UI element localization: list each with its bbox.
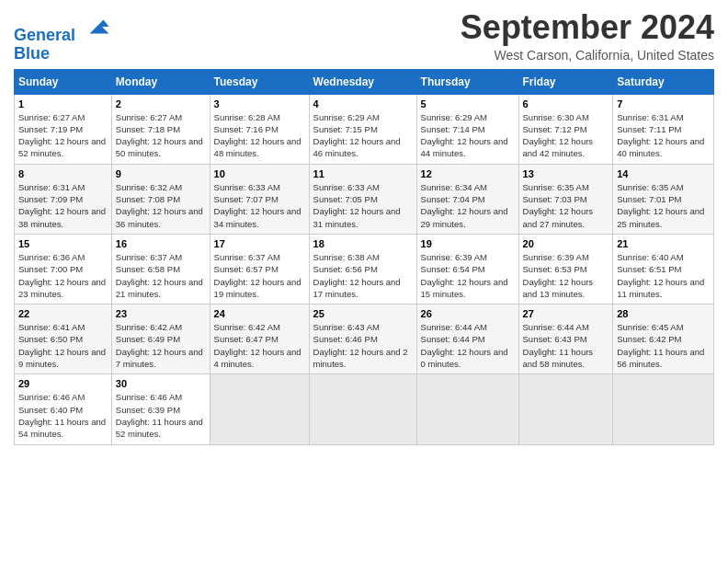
col-header-wednesday: Wednesday xyxy=(309,69,416,94)
header-row: SundayMondayTuesdayWednesdayThursdayFrid… xyxy=(15,69,714,94)
day-number: 19 xyxy=(421,238,515,249)
calendar-cell: 20Sunrise: 6:39 AMSunset: 6:53 PMDayligh… xyxy=(518,234,613,304)
main-title: September 2024 xyxy=(461,9,714,46)
day-detail: Sunrise: 6:35 AMSunset: 7:01 PMDaylight:… xyxy=(617,181,710,230)
col-header-thursday: Thursday xyxy=(416,69,518,94)
day-number: 15 xyxy=(18,238,108,249)
calendar-cell: 23Sunrise: 6:42 AMSunset: 6:49 PMDayligh… xyxy=(111,304,210,374)
day-number: 27 xyxy=(523,308,609,319)
calendar-cell: 28Sunrise: 6:45 AMSunset: 6:42 PMDayligh… xyxy=(613,304,714,374)
day-number: 10 xyxy=(214,168,305,179)
day-number: 24 xyxy=(214,308,305,319)
day-detail: Sunrise: 6:45 AMSunset: 6:42 PMDaylight:… xyxy=(617,321,710,370)
day-detail: Sunrise: 6:27 AMSunset: 7:19 PMDaylight:… xyxy=(18,111,108,160)
day-detail: Sunrise: 6:42 AMSunset: 6:47 PMDaylight:… xyxy=(214,321,305,370)
day-detail: Sunrise: 6:28 AMSunset: 7:16 PMDaylight:… xyxy=(214,111,305,160)
calendar-cell: 21Sunrise: 6:40 AMSunset: 6:51 PMDayligh… xyxy=(613,234,714,304)
week-row-3: 15Sunrise: 6:36 AMSunset: 7:00 PMDayligh… xyxy=(15,234,714,304)
day-number: 6 xyxy=(523,98,609,109)
day-number: 26 xyxy=(421,308,515,319)
day-number: 5 xyxy=(421,98,515,109)
col-header-tuesday: Tuesday xyxy=(210,69,309,94)
day-detail: Sunrise: 6:46 AMSunset: 6:39 PMDaylight:… xyxy=(116,391,206,440)
day-number: 13 xyxy=(523,168,609,179)
calendar-cell: 17Sunrise: 6:37 AMSunset: 6:57 PMDayligh… xyxy=(210,234,309,304)
subtitle: West Carson, California, United States xyxy=(461,48,714,63)
day-detail: Sunrise: 6:29 AMSunset: 7:15 PMDaylight:… xyxy=(313,111,413,160)
day-number: 22 xyxy=(18,308,108,319)
day-detail: Sunrise: 6:39 AMSunset: 6:54 PMDaylight:… xyxy=(421,251,515,300)
day-detail: Sunrise: 6:44 AMSunset: 6:43 PMDaylight:… xyxy=(523,321,609,370)
col-header-saturday: Saturday xyxy=(613,69,714,94)
calendar-cell: 24Sunrise: 6:42 AMSunset: 6:47 PMDayligh… xyxy=(210,304,309,374)
day-detail: Sunrise: 6:40 AMSunset: 6:51 PMDaylight:… xyxy=(617,251,710,300)
calendar-cell: 14Sunrise: 6:35 AMSunset: 7:01 PMDayligh… xyxy=(613,164,714,234)
calendar-cell: 30Sunrise: 6:46 AMSunset: 6:39 PMDayligh… xyxy=(111,374,210,444)
day-detail: Sunrise: 6:36 AMSunset: 7:00 PMDaylight:… xyxy=(18,251,108,300)
day-number: 11 xyxy=(313,168,413,179)
calendar-cell: 15Sunrise: 6:36 AMSunset: 7:00 PMDayligh… xyxy=(15,234,112,304)
calendar-cell: 4Sunrise: 6:29 AMSunset: 7:15 PMDaylight… xyxy=(309,94,416,164)
day-number: 21 xyxy=(617,238,710,249)
week-row-2: 8Sunrise: 6:31 AMSunset: 7:09 PMDaylight… xyxy=(15,164,714,234)
day-detail: Sunrise: 6:39 AMSunset: 6:53 PMDaylight:… xyxy=(523,251,609,300)
day-number: 9 xyxy=(116,168,206,179)
calendar-cell: 9Sunrise: 6:32 AMSunset: 7:08 PMDaylight… xyxy=(111,164,210,234)
day-detail: Sunrise: 6:41 AMSunset: 6:50 PMDaylight:… xyxy=(18,321,108,370)
day-detail: Sunrise: 6:31 AMSunset: 7:09 PMDaylight:… xyxy=(18,181,108,230)
day-detail: Sunrise: 6:35 AMSunset: 7:03 PMDaylight:… xyxy=(523,181,609,230)
col-header-sunday: Sunday xyxy=(15,69,112,94)
day-detail: Sunrise: 6:30 AMSunset: 7:12 PMDaylight:… xyxy=(523,111,609,160)
day-detail: Sunrise: 6:27 AMSunset: 7:18 PMDaylight:… xyxy=(116,111,206,160)
calendar-cell: 16Sunrise: 6:37 AMSunset: 6:58 PMDayligh… xyxy=(111,234,210,304)
day-detail: Sunrise: 6:37 AMSunset: 6:58 PMDaylight:… xyxy=(116,251,206,300)
svg-marker-0 xyxy=(90,20,109,34)
day-number: 23 xyxy=(116,308,206,319)
week-row-4: 22Sunrise: 6:41 AMSunset: 6:50 PMDayligh… xyxy=(15,304,714,374)
day-detail: Sunrise: 6:44 AMSunset: 6:44 PMDaylight:… xyxy=(421,321,515,370)
day-number: 4 xyxy=(313,98,413,109)
day-detail: Sunrise: 6:33 AMSunset: 7:05 PMDaylight:… xyxy=(313,181,413,230)
calendar-cell xyxy=(210,374,309,444)
logo: General Blue xyxy=(14,13,110,63)
day-detail: Sunrise: 6:42 AMSunset: 6:49 PMDaylight:… xyxy=(116,321,206,370)
week-row-5: 29Sunrise: 6:46 AMSunset: 6:40 PMDayligh… xyxy=(15,374,714,444)
title-block: September 2024 West Carson, California, … xyxy=(461,9,714,63)
day-detail: Sunrise: 6:29 AMSunset: 7:14 PMDaylight:… xyxy=(421,111,515,160)
calendar-cell xyxy=(416,374,518,444)
day-detail: Sunrise: 6:32 AMSunset: 7:08 PMDaylight:… xyxy=(116,181,206,230)
day-detail: Sunrise: 6:37 AMSunset: 6:57 PMDaylight:… xyxy=(214,251,305,300)
calendar-cell: 26Sunrise: 6:44 AMSunset: 6:44 PMDayligh… xyxy=(416,304,518,374)
day-number: 20 xyxy=(523,238,609,249)
calendar-cell: 22Sunrise: 6:41 AMSunset: 6:50 PMDayligh… xyxy=(15,304,112,374)
day-number: 16 xyxy=(116,238,206,249)
calendar-cell: 13Sunrise: 6:35 AMSunset: 7:03 PMDayligh… xyxy=(518,164,613,234)
calendar-cell: 10Sunrise: 6:33 AMSunset: 7:07 PMDayligh… xyxy=(210,164,309,234)
day-number: 2 xyxy=(116,98,206,109)
calendar-cell: 5Sunrise: 6:29 AMSunset: 7:14 PMDaylight… xyxy=(416,94,518,164)
logo-text: General xyxy=(14,13,110,45)
day-detail: Sunrise: 6:43 AMSunset: 6:46 PMDaylight:… xyxy=(313,321,413,370)
day-detail: Sunrise: 6:46 AMSunset: 6:40 PMDaylight:… xyxy=(18,391,108,440)
day-number: 1 xyxy=(18,98,108,109)
day-number: 25 xyxy=(313,308,413,319)
calendar-cell: 1Sunrise: 6:27 AMSunset: 7:19 PMDaylight… xyxy=(15,94,112,164)
day-number: 18 xyxy=(313,238,413,249)
calendar-cell: 7Sunrise: 6:31 AMSunset: 7:11 PMDaylight… xyxy=(613,94,714,164)
calendar-cell: 29Sunrise: 6:46 AMSunset: 6:40 PMDayligh… xyxy=(15,374,112,444)
day-number: 7 xyxy=(617,98,710,109)
calendar-table: SundayMondayTuesdayWednesdayThursdayFrid… xyxy=(14,69,714,445)
day-detail: Sunrise: 6:31 AMSunset: 7:11 PMDaylight:… xyxy=(617,111,710,160)
col-header-friday: Friday xyxy=(518,69,613,94)
day-number: 28 xyxy=(617,308,710,319)
col-header-monday: Monday xyxy=(111,69,210,94)
calendar-cell: 6Sunrise: 6:30 AMSunset: 7:12 PMDaylight… xyxy=(518,94,613,164)
calendar-cell: 2Sunrise: 6:27 AMSunset: 7:18 PMDaylight… xyxy=(111,94,210,164)
calendar-cell xyxy=(518,374,613,444)
week-row-1: 1Sunrise: 6:27 AMSunset: 7:19 PMDaylight… xyxy=(15,94,714,164)
day-number: 8 xyxy=(18,168,108,179)
calendar-cell xyxy=(309,374,416,444)
calendar-cell: 11Sunrise: 6:33 AMSunset: 7:05 PMDayligh… xyxy=(309,164,416,234)
day-number: 29 xyxy=(18,378,108,389)
day-number: 12 xyxy=(421,168,515,179)
